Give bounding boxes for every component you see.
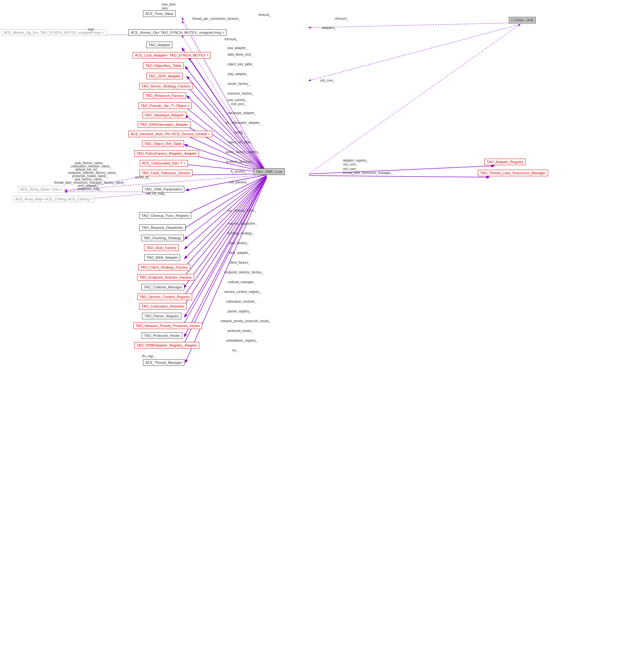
label-object-key-table: object_key_table_ [228,62,254,66]
node-tao-orb-parameters: TAO_ORB_Parameters [142,186,184,193]
label-orb-core1: orb_core_ [320,79,335,82]
node-tao-ziop-adapter: TAO_ZIOP_Adapter [146,73,183,79]
node-tao-parser-registry: TAO_Parser_Registry [142,313,182,319]
node-tao-adapter-registry: TAO_Adapter_Registry [484,159,526,165]
label-server-id: server_id_ [135,175,150,179]
node-tao-bidir-adapter: TAO_BiDir_Adapter [144,254,180,261]
label-orb-core3: orb_core_ [343,167,358,171]
node-tao-service-context-registry: TAO_Service_Context_Registry [137,294,192,300]
svg-line-42 [309,23,520,28]
label-collocation-resolver: collocation_resolver_ [226,300,257,303]
label-protocol-factories: protocol_factories_ [226,160,254,163]
label-adapter-registry: adapter_registry_ [343,159,368,162]
label-service-context-registry: service_context_registry_ [224,290,261,294]
label-ft-service: ft_service_ [231,170,246,173]
node-tao-object-ref-table: TAO_Object_Ref_Table [142,140,184,147]
label-orb-core2: orb_core_ [343,162,358,166]
node-ace-array-map: ACE_Array_Map< ACE_CString, ACE_CString … [13,196,94,202]
label-refcount2: refcount_ [224,38,238,41]
svg-line-34 [184,177,267,337]
node-tao-iori-interceptor: TAO_IORIInterceptor_Adapter [138,121,191,128]
svg-line-28 [183,176,267,278]
label-impl: impl [88,28,94,31]
label-flushing-strategy: flushing_strategy_ [228,231,254,235]
label-orbinitializer-registry: orbinitializer_registry_ [226,339,258,342]
label-protocols-hooks2: protocols_hooks_ [228,329,253,333]
svg-line-32 [185,177,267,317]
node-tao-network-priority-protocols-hooks: TAO_Network_Priority_Protocols_Hooks [133,322,202,329]
node-corba-orb: CORBA::ORB [509,17,536,23]
node-tao-resource-factory: TAO_Resource_Factory [143,92,186,99]
label-config: config_ [234,131,244,134]
node-ace-atomic-op: ACE_Atomic_Op< TAO_SYNCH_MUTEX, unsigned… [128,29,227,36]
svg-line-12 [184,106,267,172]
node-ace-unbounded-set: ACE_Unbounded_Set< T > [140,160,188,166]
node-ace-string-base: ACE_String_Base< char > [18,186,64,193]
node-tao-endpoint-selector-factory: TAO_Endpoint_Selector_Factory [137,274,194,281]
node-tao-protocols-hooks: TAO_Protocols_Hooks [142,332,183,339]
label-data-block-lock: data_block_lock_ [228,53,253,56]
node-tao-request-dispatcher: TAO_Request_Dispatcher [139,224,186,231]
node-tao-orbinitializer-registry: TAO::ORBInitializer_Registry_Adapter [134,342,199,349]
label-request-dispatcher: request_dispatcher_ [228,222,257,225]
label-bidir-adapter: bidir_adapter_ [229,251,250,255]
node-ace-time-value: ACE_Time_Value [143,10,175,17]
label-endpoints-map: endpoints_map_ [77,187,101,191]
svg-line-20 [186,175,267,190]
label-poa-current: poa_current_ [228,98,247,102]
node-tao-orb-core: TAO_ORB_Core [254,168,285,175]
svg-line-33 [182,177,267,327]
label-resource-factory: resource_factory_ [228,92,254,95]
label-root-poa: root_poa_ [231,102,245,106]
svg-line-10 [187,86,267,172]
svg-line-24 [185,175,267,239]
node-ace-thread-manager: ACE_Thread_Manager [143,359,184,366]
label-init-ref-map: init_ref_map_ [146,192,166,195]
label-parser-registry: parser_registry_ [228,309,251,313]
label-ziop-adapter: ziop_adapter_ [228,72,248,76]
label-orb-params: orb_params_ [229,181,248,184]
node-tao-stub-factory: TAO_Stub_Factory [144,244,179,251]
node-tao-policy-factory-registry: TAO::PolicyFactory_Registry_Adapter [134,150,199,157]
label-max-time: max_time [161,3,175,6]
label-tss-cleanup-funcs: tss_cleanup_funcs_ [228,209,256,212]
node-ace-lock-adapter: ACE_Lock_Adapter< TAO_SYNCH_MUTEX > [133,52,211,59]
label-tm: tm_ [232,349,238,352]
node-tao-cleanup-func-registry: TAO_Cleanup_Func_Registry [139,212,191,219]
node-tao-fault-tolerance: TAO_Fault_Tolerance_Service [139,170,193,176]
label-network-priority-protocols-hooks: network_priority_protocols_hooks_ [220,319,271,323]
edges-svg [0,0,644,647]
node-tao-client-strategy-factory: TAO_Client_Strategy_Factory [138,264,190,271]
node-ace-intrusive-auto-ptr: ACE_Intrusive_Auto_Ptr< ACE_Service_Gest… [128,131,212,137]
node-tao-pseudo-var: TAO_Pseudo_Var_T< Object > [138,102,192,109]
label-server-factory: server_factory_ [228,82,250,85]
svg-line-41 [309,24,520,81]
label-thread-per-connection-timeout: thread_per_connection_timeout_ [193,17,240,20]
svg-line-3 [309,166,494,174]
label-codeset-manager: codeset_manager_ [228,280,256,284]
label-refcount: refcount_ [335,17,349,20]
node-tao-valuetype-adapter: TAO_Valuetype_Adapter [142,112,186,118]
svg-line-2 [309,24,520,174]
label-endpoint-selector-factory: endpoint_selector_factory_ [224,271,263,274]
svg-line-26 [185,176,267,259]
label-timeout: timeout_ [259,13,271,17]
label-object-ref-table: object_ref_table_ [228,140,253,144]
node-tao-collocation-resolver: TAO_Collocation_Resolver [139,303,187,309]
label-client-factory: client_factory_ [229,261,250,264]
svg-line-30 [183,176,267,297]
node-tao-codeset-manager: TAO_Codeset_Manager [141,284,184,290]
label-thread-lane-resources-manager: thread_lane_resources_manager_ [343,171,393,174]
label-thr-mgr: thr_mgr_ [142,354,155,358]
node-tao-server-strategy-factory: TAO_Server_Strategy_Factory [139,83,193,89]
svg-line-4 [309,175,489,177]
label-adapters: adapters_ [322,26,336,29]
node-tao-objectkey-table: TAO::ObjectKey_Table [143,62,184,69]
label-poa-adapter: poa_adapter_ [228,46,248,50]
label-ior-interceptor-adapter: ior_interceptor_adapter_ [226,121,261,125]
label-policy-factory-registry: policy_factory_registry_ [226,150,260,154]
svg-line-23 [183,175,267,229]
label-stub-factory2: stub_factory_ [229,241,249,245]
node-tao-thread-lane-resources-manager: TAO_Thread_Lane_Resources_Manager [478,170,548,176]
label-valuetype-adapter: valuetype_adapter_ [228,111,256,115]
